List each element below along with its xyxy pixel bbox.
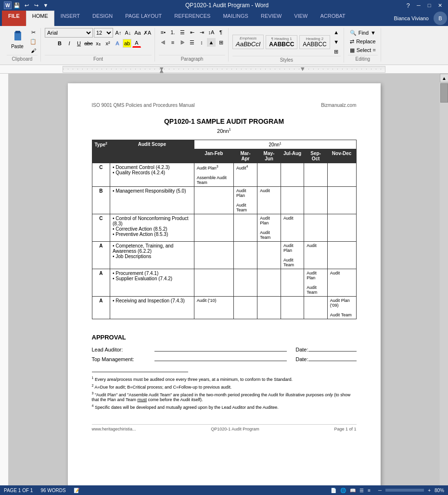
- styles-label: Styles: [232, 56, 341, 63]
- row5-mayjun: [257, 269, 281, 296]
- style-emphasis[interactable]: Emphasis AaBbCcI: [232, 35, 264, 49]
- close-btn[interactable]: ✕: [435, 1, 444, 10]
- bullets-btn[interactable]: ≡•: [159, 28, 167, 37]
- footer-right: Page 1 of 1: [334, 427, 356, 431]
- scroll-up-btn[interactable]: ▲: [440, 74, 448, 82]
- row6-julaug: [281, 296, 304, 319]
- italic-btn[interactable]: I: [65, 39, 74, 48]
- copy-button[interactable]: 📋: [29, 37, 38, 46]
- select-btn[interactable]: ▦ Select =: [348, 47, 378, 54]
- lead-date-label: Date:: [295, 347, 308, 352]
- view-print-btn[interactable]: 📄: [331, 488, 336, 493]
- footnote-2: 2 A=Due for audit; B=Critical process; a…: [92, 384, 357, 390]
- row4-type: A: [92, 241, 110, 269]
- font-name-select[interactable]: Arial: [45, 28, 93, 38]
- quick-save-btn[interactable]: 💾: [13, 1, 21, 10]
- style-heading2[interactable]: Heading 2 AABBCC: [299, 35, 330, 49]
- scroll-track[interactable]: [440, 82, 448, 488]
- align-center-btn[interactable]: ≡: [168, 38, 177, 47]
- increase-indent-btn[interactable]: ⇥: [197, 28, 206, 37]
- tab-page-layout[interactable]: PAGE LAYOUT: [119, 11, 168, 26]
- subscript-btn[interactable]: x₂: [94, 39, 102, 48]
- tab-acrobat[interactable]: ACROBAT: [314, 11, 351, 26]
- style-heading1[interactable]: ¶ Heading 1 AABBCC: [266, 35, 297, 49]
- row2-scope: • Management Responsibility (5.0): [110, 186, 194, 214]
- status-right: 📄 🌐 📖 ☰ ≡ ─ + 80%: [331, 488, 444, 493]
- replace-btn[interactable]: ⇄ Replace: [348, 38, 377, 45]
- align-left-btn[interactable]: ⫷: [159, 38, 167, 47]
- zoom-out-btn[interactable]: ─: [378, 488, 382, 493]
- styles-scroll-up[interactable]: ▲: [332, 28, 341, 37]
- text-highlight-btn[interactable]: ab: [123, 39, 131, 48]
- font-content: Arial 12 A↑ A↓ Aa ✗A B I U abc x₂ x²: [45, 28, 152, 55]
- row4-mayjun: [257, 241, 281, 269]
- styles-more[interactable]: ⊞: [332, 47, 341, 56]
- tab-references[interactable]: REFERENCES: [168, 11, 217, 26]
- tab-file[interactable]: FILE: [2, 11, 26, 26]
- mgmt-date-line: [308, 361, 357, 361]
- tab-design[interactable]: DESIGN: [86, 11, 119, 26]
- clear-format-btn[interactable]: ✗A: [143, 28, 152, 37]
- user-name: Bianca Viviano: [394, 11, 433, 26]
- line-spacing-btn[interactable]: ↕: [197, 38, 206, 47]
- document-area: ISO 9001 QMS Policies and Procedures Man…: [9, 74, 439, 495]
- text-effects-btn[interactable]: A: [113, 39, 122, 48]
- view-draft-btn[interactable]: ≡: [368, 488, 371, 493]
- justify-btn[interactable]: ☰: [188, 38, 196, 47]
- superscript-btn[interactable]: x²: [103, 39, 112, 48]
- tab-view[interactable]: VIEW: [288, 11, 314, 26]
- row3-julaug: Audit: [281, 214, 304, 241]
- decrease-indent-btn[interactable]: ⇤: [188, 28, 196, 37]
- row6-scope: • Receiving and Inspection (7.4.3): [110, 296, 194, 319]
- strikethrough-btn[interactable]: abc: [84, 39, 93, 48]
- left-ruler: [0, 74, 9, 495]
- view-outline-btn[interactable]: ☰: [359, 488, 364, 493]
- align-right-btn[interactable]: ⫸: [178, 38, 187, 47]
- minimize-btn[interactable]: ─: [414, 1, 423, 10]
- scroll-thumb[interactable]: [440, 83, 448, 103]
- format-painter-button[interactable]: 🖌: [29, 46, 38, 55]
- find-btn[interactable]: 🔍 Find ▼: [348, 29, 378, 37]
- grow-font-btn[interactable]: A↑: [114, 28, 123, 37]
- quick-more-btn[interactable]: ▼: [41, 1, 50, 10]
- tab-mailings[interactable]: MAILINGS: [217, 11, 255, 26]
- tab-review[interactable]: REVIEW: [255, 11, 288, 26]
- borders-btn[interactable]: ⊞: [217, 38, 225, 47]
- view-web-btn[interactable]: 🌐: [340, 488, 346, 493]
- multilevel-btn[interactable]: ☰: [178, 28, 187, 37]
- tab-insert[interactable]: INSERT: [54, 11, 86, 26]
- sort-btn[interactable]: ↕A: [207, 28, 216, 37]
- styles-scroll-down[interactable]: ▼: [332, 38, 341, 46]
- lead-auditor-line: [154, 351, 287, 352]
- shading-btn[interactable]: ▲: [207, 38, 216, 47]
- shrink-font-btn[interactable]: A↓: [124, 28, 132, 37]
- top-mgmt-line: [154, 361, 287, 361]
- row2-janfeb: [194, 186, 233, 214]
- change-case-btn[interactable]: Aa: [133, 28, 142, 37]
- row3-janfeb: [194, 214, 233, 241]
- ribbon-content: Paste ✂ 📋 🖌 Clipboard Arial: [0, 26, 448, 65]
- clipboard-label: Clipboard: [7, 55, 38, 62]
- font-size-select[interactable]: 12: [94, 28, 113, 38]
- view-read-btn[interactable]: 📖: [350, 488, 356, 493]
- quick-redo-btn[interactable]: ↪: [32, 1, 40, 10]
- tab-home[interactable]: HOME: [26, 11, 54, 26]
- row4-sepoct: Audit: [304, 241, 327, 269]
- cut-button[interactable]: ✂: [29, 28, 38, 37]
- row5-scope: • Procurement (7.4.1) • Supplier Evaluat…: [110, 269, 194, 296]
- quick-undo-btn[interactable]: ↩: [22, 1, 31, 10]
- numbering-btn[interactable]: 1.: [168, 28, 177, 37]
- approval-title: APPROVAL: [92, 334, 357, 341]
- zoom-in-btn[interactable]: +: [428, 488, 431, 493]
- maximize-btn[interactable]: □: [425, 1, 434, 10]
- right-scrollbar[interactable]: ▲ ▼: [439, 74, 448, 495]
- font-color-btn[interactable]: A: [132, 39, 141, 48]
- footnote-1: 1 Every area/process must be audited onc…: [92, 376, 357, 382]
- paste-button[interactable]: Paste: [7, 28, 28, 55]
- underline-btn[interactable]: U: [75, 39, 83, 48]
- find-icon: 🔍: [350, 30, 357, 36]
- bold-btn[interactable]: B: [55, 39, 64, 48]
- help-btn[interactable]: ?: [404, 1, 412, 10]
- zoom-slider[interactable]: [385, 489, 424, 492]
- show-formatting-btn[interactable]: ¶: [217, 28, 225, 37]
